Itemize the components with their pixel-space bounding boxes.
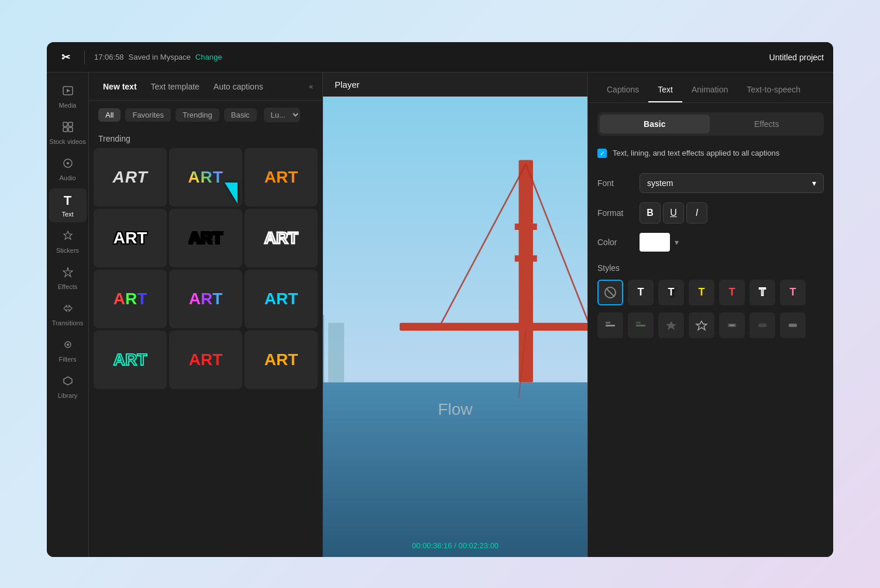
- text-card-3[interactable]: ART: [245, 148, 318, 207]
- styles-label: Styles: [597, 263, 824, 273]
- tab-text-template[interactable]: Text template: [146, 80, 204, 94]
- text-card-5[interactable]: ART: [169, 209, 242, 267]
- video-background: Flow 00:00:36:16 / 00:02:23:00: [323, 97, 587, 557]
- tab-auto-captions[interactable]: Auto captions: [209, 80, 268, 94]
- video-timecode: 00:00:36:16 / 00:02:23:00: [412, 541, 499, 550]
- font-label: Font: [597, 178, 632, 188]
- bold-button[interactable]: B: [640, 202, 661, 223]
- filter-more-dropdown[interactable]: Lu...: [264, 108, 300, 122]
- style-yellow-t[interactable]: T: [689, 280, 714, 305]
- section-trending: Trending: [89, 129, 322, 148]
- svg-rect-4: [63, 128, 67, 132]
- main-content: Media Stock videos: [47, 73, 833, 557]
- sidebar-item-filters[interactable]: Filters: [49, 333, 87, 367]
- svg-marker-10: [64, 377, 72, 385]
- svg-rect-2: [63, 122, 67, 126]
- svg-rect-3: [68, 122, 73, 126]
- style-row2-6[interactable]: [750, 312, 775, 338]
- filter-all[interactable]: All: [98, 108, 121, 122]
- tab-animation[interactable]: Animation: [682, 78, 737, 102]
- svg-rect-25: [515, 255, 537, 262]
- style-pink-t[interactable]: T: [780, 280, 806, 305]
- sidebar-item-text[interactable]: T Text: [49, 188, 87, 222]
- text-card-10[interactable]: ART: [94, 331, 167, 389]
- sidebar-item-transitions[interactable]: Transitions: [49, 297, 87, 331]
- art-text-1: ART: [112, 168, 147, 187]
- tab-text[interactable]: Text: [648, 78, 682, 102]
- style-outline-t[interactable]: T: [750, 280, 775, 305]
- tab-text-to-speech[interactable]: Text-to-speech: [737, 78, 810, 102]
- text-card-2[interactable]: ART: [169, 148, 242, 207]
- italic-button[interactable]: I: [686, 202, 707, 223]
- tab-captions[interactable]: Captions: [597, 78, 648, 102]
- filter-favorites[interactable]: Favorites: [125, 108, 170, 122]
- panel-filter: All Favorites Trending Basic Lu...: [89, 101, 322, 129]
- sidebar-item-stickers[interactable]: Stickers: [49, 225, 87, 259]
- style-none[interactable]: [597, 280, 623, 305]
- font-dropdown-icon: ▾: [812, 178, 816, 188]
- style-row2-1[interactable]: [597, 312, 623, 338]
- text-card-6[interactable]: ART: [245, 209, 318, 267]
- art-text-7: ART: [114, 290, 147, 308]
- captions-checkbox[interactable]: ✓: [597, 149, 607, 158]
- art-text-6: ART: [264, 229, 298, 247]
- style-bold-t[interactable]: T: [628, 280, 654, 305]
- color-dropdown-icon[interactable]: ▾: [675, 238, 679, 247]
- style-row2-3[interactable]: [658, 312, 684, 338]
- player-video: Flow 00:00:36:16 / 00:02:23:00: [323, 97, 587, 557]
- text-card-9[interactable]: ART: [245, 270, 318, 328]
- text-card-4[interactable]: ART: [94, 209, 167, 267]
- sidebar-item-audio[interactable]: Audio: [49, 152, 87, 186]
- sidebar-label-stickers: Stickers: [56, 247, 79, 254]
- text-card-7[interactable]: ART: [94, 270, 167, 328]
- svg-rect-37: [636, 325, 645, 326]
- svg-rect-42: [730, 325, 734, 326]
- style-row2-2[interactable]: [628, 312, 654, 338]
- sidebar-item-stock-videos[interactable]: Stock videos: [49, 116, 87, 150]
- svg-line-34: [606, 288, 614, 297]
- svg-marker-39: [666, 321, 676, 330]
- text-card-1[interactable]: ART: [94, 148, 167, 207]
- sidebar-label-media: Media: [59, 102, 77, 109]
- text-card-12[interactable]: ART: [245, 331, 318, 389]
- text-card-8[interactable]: ART: [169, 270, 242, 328]
- stickers-icon: [62, 230, 74, 245]
- filter-basic[interactable]: Basic: [224, 108, 257, 122]
- style-row2-7[interactable]: [780, 312, 806, 338]
- svg-rect-16: [328, 323, 344, 383]
- panel-chevron[interactable]: «: [309, 82, 313, 91]
- sidebar-item-library[interactable]: Library: [49, 370, 87, 404]
- art-text-12: ART: [264, 350, 298, 369]
- sidebar-item-effects[interactable]: Effects: [49, 261, 87, 295]
- header: ✂ 17:06:58 Saved in Myspace Change Untit…: [47, 42, 833, 73]
- format-buttons: B U I: [640, 202, 707, 223]
- format-row: Format B U I: [597, 202, 824, 223]
- color-picker: ▾: [640, 233, 679, 252]
- color-label: Color: [597, 238, 632, 247]
- sidebar-label-filters: Filters: [59, 356, 77, 363]
- sidebar-label-audio: Audio: [59, 174, 75, 181]
- sidebar-item-media[interactable]: Media: [49, 80, 87, 114]
- left-sidebar: Media Stock videos: [47, 73, 89, 557]
- sidebar-label-stock: Stock videos: [49, 138, 85, 145]
- svg-marker-1: [67, 89, 70, 92]
- svg-rect-15: [323, 315, 324, 382]
- font-row: Font system ▾: [597, 173, 824, 193]
- header-change-link[interactable]: Change: [195, 53, 222, 61]
- underline-button[interactable]: U: [663, 202, 684, 223]
- style-shadow-t[interactable]: T: [658, 280, 684, 305]
- style-row2-4[interactable]: [689, 312, 714, 338]
- toggle-basic[interactable]: Basic: [600, 115, 710, 133]
- svg-rect-43: [758, 324, 766, 327]
- svg-rect-24: [515, 223, 537, 230]
- style-red-t[interactable]: T: [719, 280, 745, 305]
- tab-new-text[interactable]: New text: [98, 80, 142, 94]
- text-card-11[interactable]: ART: [169, 331, 242, 389]
- project-title: Untitled project: [769, 53, 824, 62]
- toggle-effects[interactable]: Effects: [712, 115, 822, 133]
- art-text-5: ART: [189, 229, 223, 247]
- font-select[interactable]: system ▾: [640, 173, 824, 193]
- style-row2-5[interactable]: [719, 312, 745, 338]
- filter-trending[interactable]: Trending: [176, 108, 219, 122]
- color-swatch[interactable]: [640, 233, 670, 252]
